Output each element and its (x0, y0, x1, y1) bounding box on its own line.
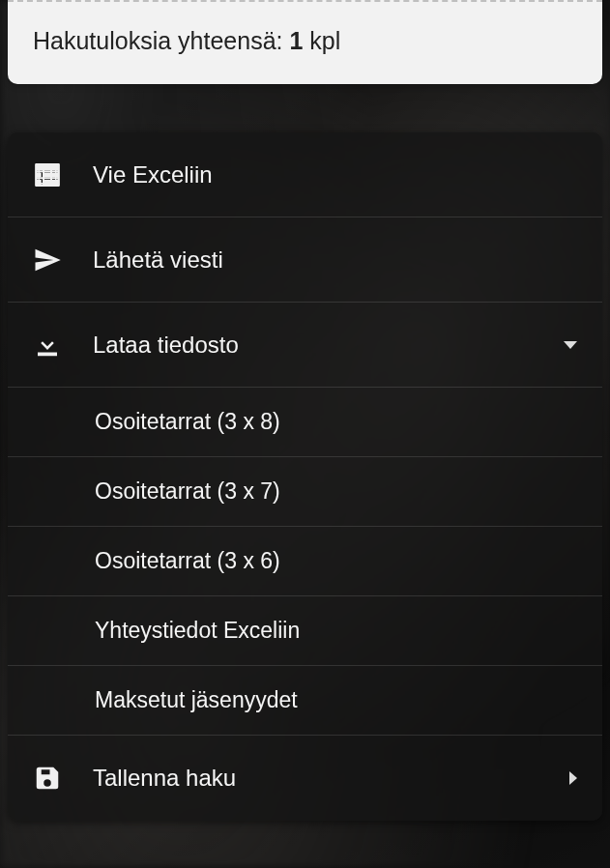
labels-3x6-item[interactable]: Osoitetarrat (3 x 6) (8, 527, 602, 596)
labels-3x7-label: Osoitetarrat (3 x 7) (95, 478, 280, 505)
send-message-label: Lähetä viesti (93, 246, 223, 274)
save-icon (33, 764, 93, 793)
paper-plane-icon (33, 246, 93, 275)
results-label: Hakutuloksia yhteensä: (33, 27, 289, 54)
chevron-right-icon (569, 771, 577, 785)
chevron-down-icon (564, 341, 577, 349)
contacts-excel-label: Yhteystiedot Exceliin (95, 618, 300, 644)
results-unit: kpl (303, 27, 340, 54)
results-count: 1 (289, 27, 303, 54)
results-summary-card: Hakutuloksia yhteensä: 1 kpl (8, 0, 602, 84)
download-file-item[interactable]: Lataa tiedosto (8, 303, 602, 388)
save-search-item[interactable]: Tallenna haku (8, 736, 602, 821)
save-search-label: Tallenna haku (93, 765, 236, 792)
labels-3x6-label: Osoitetarrat (3 x 6) (95, 548, 280, 574)
contacts-excel-item[interactable]: Yhteystiedot Exceliin (8, 596, 602, 666)
actions-menu: Vie Exceliin Lähetä viesti Lataa tiedost… (8, 132, 602, 821)
export-excel-label: Vie Exceliin (93, 161, 213, 188)
labels-3x8-item[interactable]: Osoitetarrat (3 x 8) (8, 388, 602, 457)
labels-3x7-item[interactable]: Osoitetarrat (3 x 7) (8, 457, 602, 527)
download-file-label: Lataa tiedosto (93, 332, 239, 359)
paid-memberships-item[interactable]: Maksetut jäsenyydet (8, 666, 602, 736)
download-icon (33, 331, 93, 360)
paid-memberships-label: Maksetut jäsenyydet (95, 687, 298, 713)
table-icon (33, 160, 93, 189)
labels-3x8-label: Osoitetarrat (3 x 8) (95, 409, 280, 435)
export-excel-item[interactable]: Vie Exceliin (8, 132, 602, 217)
results-summary-text: Hakutuloksia yhteensä: 1 kpl (33, 27, 340, 54)
send-message-item[interactable]: Lähetä viesti (8, 217, 602, 303)
